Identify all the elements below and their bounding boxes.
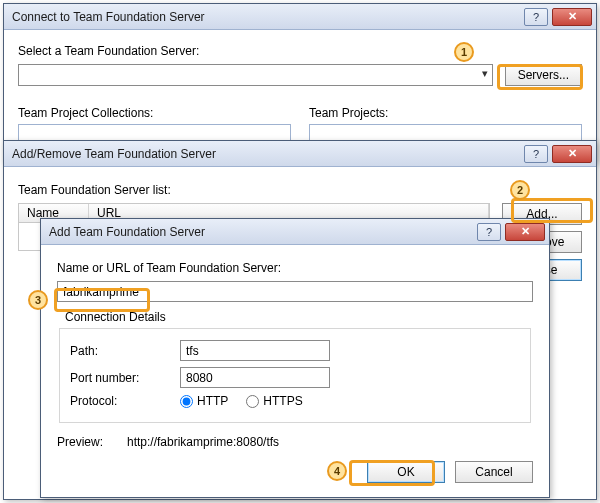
callout-2: 2 [510,180,530,200]
protocol-label: Protocol: [70,394,180,408]
connect-dialog: Connect to Team Foundation Server ? ✕ Se… [3,3,597,163]
server-name-input[interactable] [57,281,533,302]
callout-1: 1 [454,42,474,62]
protocol-https-radio[interactable]: HTTPS [246,394,302,408]
port-label: Port number: [70,371,180,385]
help-button[interactable]: ? [524,8,548,26]
connect-window-controls: ? ✕ [524,8,592,26]
addserver-window-controls: ? ✕ [477,223,545,241]
callout-4: 4 [327,461,347,481]
close-button[interactable]: ✕ [552,145,592,163]
addserver-titlebar[interactable]: Add Team Foundation Server ? ✕ [41,219,549,245]
connection-details-legend: Connection Details [65,310,533,324]
server-list-label: Team Foundation Server list: [18,183,582,197]
protocol-https-text: HTTPS [263,394,302,408]
connection-details-group: Path: Port number: Protocol: HTTP HTTPS [59,328,531,423]
help-button[interactable]: ? [477,223,501,241]
path-input[interactable] [180,340,330,361]
collections-list[interactable] [18,124,291,140]
collections-label: Team Project Collections: [18,106,291,120]
preview-label: Preview: [57,435,127,449]
port-input[interactable] [180,367,330,388]
callout-3: 3 [28,290,48,310]
addremove-window-controls: ? ✕ [524,145,592,163]
close-button[interactable]: ✕ [505,223,545,241]
protocol-http-input[interactable] [180,395,193,408]
preview-value: http://fabrikamprime:8080/tfs [127,435,279,449]
addserver-title: Add Team Foundation Server [49,225,205,239]
projects-label: Team Projects: [309,106,582,120]
protocol-http-text: HTTP [197,394,228,408]
protocol-https-input[interactable] [246,395,259,408]
addserver-dialog: Add Team Foundation Server ? ✕ Name or U… [40,218,550,498]
projects-list[interactable] [309,124,582,140]
ok-button[interactable]: OK [367,461,445,483]
help-button[interactable]: ? [524,145,548,163]
connect-title: Connect to Team Foundation Server [12,10,205,24]
server-combobox[interactable]: ▾ [18,64,493,86]
addremove-title: Add/Remove Team Foundation Server [12,147,216,161]
select-server-label: Select a Team Foundation Server: [18,44,582,58]
servers-button[interactable]: Servers... [505,64,582,86]
addremove-titlebar[interactable]: Add/Remove Team Foundation Server ? ✕ [4,141,596,167]
connect-titlebar[interactable]: Connect to Team Foundation Server ? ✕ [4,4,596,30]
chevron-down-icon: ▾ [482,67,488,80]
protocol-http-radio[interactable]: HTTP [180,394,228,408]
close-button[interactable]: ✕ [552,8,592,26]
path-label: Path: [70,344,180,358]
cancel-button[interactable]: Cancel [455,461,533,483]
name-url-label: Name or URL of Team Foundation Server: [57,261,533,275]
